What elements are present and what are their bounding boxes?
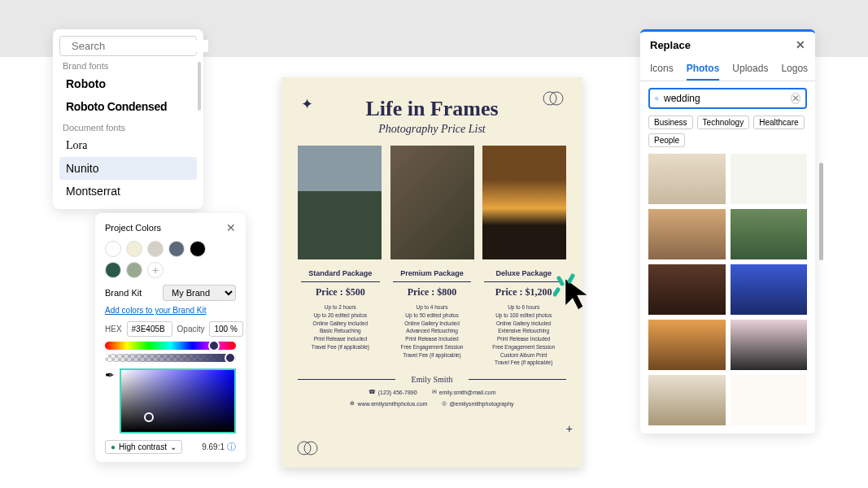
pkg-name: Premium Package [390, 269, 475, 277]
photo-standard[interactable] [298, 146, 382, 259]
eyedropper-icon[interactable]: ✒ [105, 368, 115, 381]
image-result[interactable] [731, 320, 808, 370]
font-roboto[interactable]: Roboto [59, 72, 197, 95]
package-standard[interactable]: Standard Package Price : $500 Up to 2 ho… [298, 269, 383, 367]
font-nunito[interactable]: Nunito [59, 157, 197, 180]
chip-business[interactable]: Business [648, 115, 693, 129]
image-grid [640, 154, 815, 434]
cursor-indicator [561, 277, 595, 314]
brand-kit-select[interactable]: My Brand [163, 285, 236, 301]
photo-premium[interactable] [390, 146, 474, 259]
swatch-sage[interactable] [126, 262, 142, 278]
check-icon: ● [111, 442, 116, 451]
pkg-price: Price : $500 [298, 286, 383, 298]
color-panel-title: Project Colors [105, 223, 161, 233]
package-premium[interactable]: Premium Package Price : $800 Up to 4 hou… [390, 269, 475, 367]
swatch-teal[interactable] [105, 262, 121, 278]
chip-healthcare[interactable]: Healthcare [753, 115, 804, 129]
image-result[interactable] [648, 154, 726, 204]
scrollbar[interactable] [198, 62, 201, 111]
photo-deluxe[interactable] [482, 146, 566, 259]
image-result[interactable] [731, 154, 808, 204]
image-result[interactable] [731, 264, 808, 315]
replace-search[interactable]: ✕ [648, 88, 807, 109]
opacity-slider[interactable] [105, 354, 236, 362]
replace-title: Replace [650, 39, 691, 51]
footer-name[interactable]: Emily Smith [402, 375, 463, 384]
hue-handle[interactable] [208, 340, 220, 351]
pkg-features: Up to 2 hours Up to 20 edited photos Onl… [298, 303, 383, 351]
clear-search-icon[interactable]: ✕ [791, 93, 800, 104]
contact-website: www.emilysmithphotos.com [357, 401, 427, 407]
image-result[interactable] [648, 320, 726, 370]
chip-technology[interactable]: Technology [697, 115, 750, 129]
hex-input[interactable] [127, 321, 172, 337]
font-lora[interactable]: Lora [59, 134, 197, 157]
contrast-label: High contrast [119, 442, 167, 451]
document-subtitle[interactable]: Photography Price List [298, 123, 566, 136]
divider [484, 281, 563, 282]
brand-kit-label: Brand Kit [105, 288, 142, 298]
opacity-label: Opacity [177, 325, 205, 333]
packages-row: Standard Package Price : $500 Up to 2 ho… [298, 269, 566, 367]
tab-icons[interactable]: Icons [650, 58, 674, 81]
contrast-chip[interactable]: ● High contrast ⌄ [105, 440, 182, 454]
swatch-cream[interactable] [126, 241, 142, 257]
chevron-down-icon: ⌄ [170, 442, 177, 451]
document-canvas[interactable]: ✦ Life in Frames Photography Price List … [281, 77, 582, 468]
image-result[interactable] [648, 264, 726, 315]
svg-point-6 [656, 97, 658, 99]
opacity-input[interactable] [209, 321, 243, 337]
circles-icon [296, 440, 319, 456]
plus-icon: + [566, 422, 573, 435]
document-fonts-label: Document fonts [59, 118, 197, 134]
pkg-features: Up to 6 hours Up to 100 edited photos On… [481, 303, 566, 367]
phone-icon: ☎ [369, 389, 376, 395]
font-montserrat[interactable]: Montserrat [59, 180, 197, 203]
opacity-handle[interactable] [225, 352, 236, 364]
image-result[interactable] [731, 375, 808, 425]
font-roboto-condensed[interactable]: Roboto Condensed [59, 95, 197, 118]
contact-instagram: @emilysmithphotography [449, 401, 513, 407]
close-icon[interactable]: ✕ [796, 38, 805, 51]
contact-phone: (123) 456-7890 [378, 390, 417, 395]
font-search[interactable] [59, 36, 197, 56]
contrast-score: 9.69:1 [202, 442, 225, 451]
add-brand-colors-link[interactable]: Add colors to your Brand Kit [105, 306, 236, 315]
pkg-features: Up to 4 hours Up to 50 edited photos Onl… [390, 303, 475, 359]
pkg-price: Price : $800 [390, 286, 475, 298]
image-result[interactable] [648, 209, 726, 259]
swatch-row-2: + [105, 262, 236, 278]
circles-icon [542, 90, 565, 107]
divider [301, 281, 380, 282]
swatch-black[interactable] [190, 241, 206, 257]
saturation-handle[interactable] [144, 412, 154, 422]
replace-panel: Replace ✕ Icons Photos Uploads Logos ✕ B… [640, 29, 815, 434]
font-picker-panel: Brand fonts Roboto Roboto Condensed Docu… [53, 29, 203, 209]
hue-slider[interactable] [105, 342, 236, 350]
tab-logos[interactable]: Logos [781, 58, 808, 81]
instagram-icon: ◎ [442, 400, 447, 407]
swatch-white[interactable] [105, 241, 121, 257]
swatch-beige[interactable] [147, 241, 164, 257]
saturation-picker[interactable] [120, 368, 236, 434]
scrollbar[interactable] [819, 163, 823, 260]
image-result[interactable] [731, 209, 808, 259]
info-icon[interactable]: ⓘ [227, 441, 236, 453]
image-result[interactable] [648, 375, 726, 425]
search-icon [655, 94, 659, 104]
document-title[interactable]: Life in Frames [298, 97, 566, 121]
contact-email: emily.smith@mail.com [439, 390, 496, 395]
replace-search-input[interactable] [664, 93, 786, 104]
add-swatch-button[interactable]: + [147, 262, 164, 278]
tab-uploads[interactable]: Uploads [732, 58, 768, 81]
close-icon[interactable]: ✕ [226, 221, 236, 234]
globe-icon: ⊕ [350, 400, 355, 407]
pkg-name: Standard Package [298, 269, 383, 277]
chip-people[interactable]: People [648, 133, 685, 147]
font-search-input[interactable] [72, 40, 208, 52]
brand-fonts-label: Brand fonts [59, 56, 197, 72]
swatch-slate[interactable] [168, 241, 185, 257]
divider [393, 281, 472, 282]
tab-photos[interactable]: Photos [687, 58, 720, 81]
